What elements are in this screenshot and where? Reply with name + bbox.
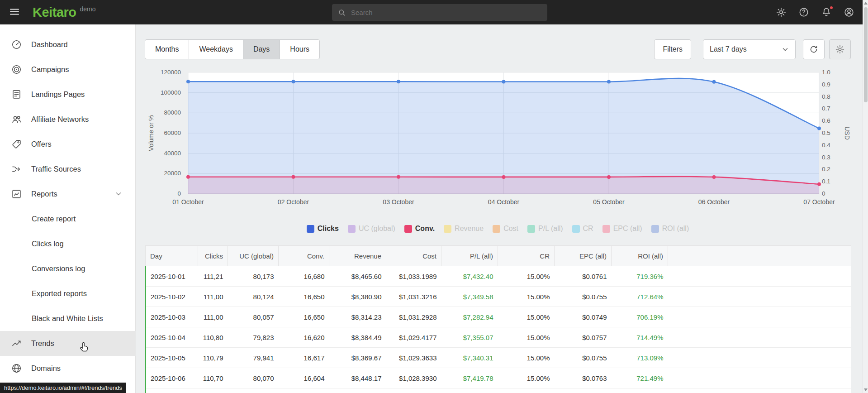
campaigns-icon: [11, 64, 22, 75]
sidebar-item-dashboard[interactable]: Dashboard: [0, 32, 136, 57]
table-cell: 16,650: [279, 287, 329, 307]
x-axis-tick-label: 03 October: [371, 198, 426, 206]
bell-icon[interactable]: [821, 7, 832, 18]
column-header-epc-all[interactable]: EPC (all): [555, 246, 612, 266]
sidebar-item-clicks-log[interactable]: Clicks log: [0, 231, 136, 256]
column-header-roi-all[interactable]: ROI (all): [612, 246, 668, 266]
trends-table-wrap: DayClicksUC (global)Conv.RevenueCostP/L …: [145, 245, 851, 393]
conv-marker: [712, 175, 716, 179]
sidebar-item-conversions-log[interactable]: Conversions log: [0, 256, 136, 281]
conv-marker: [186, 175, 190, 179]
tab-days[interactable]: Days: [243, 39, 280, 59]
column-header-revenue[interactable]: Revenue: [329, 246, 386, 266]
column-header-uc-global[interactable]: UC (global): [228, 246, 279, 266]
menu-toggle-button[interactable]: [5, 3, 24, 21]
table-cell: $7,432.40: [441, 266, 498, 287]
sidebar-item-landings-pages[interactable]: Landings Pages: [0, 82, 136, 107]
status-url-tooltip: https://demo.keitaro.io/admin/#!/trends/…: [0, 383, 126, 393]
table-cell: $0.0763: [555, 368, 612, 388]
legend-swatch: [404, 225, 412, 233]
sidebar-item-reports[interactable]: Reports: [0, 182, 136, 206]
table-cell: 16,650: [279, 307, 329, 327]
legend-item-conv[interactable]: Conv.: [404, 225, 435, 233]
legend-item-revenue[interactable]: Revenue: [444, 225, 484, 233]
search-box[interactable]: [332, 4, 547, 21]
sidebar-item-label: Domains: [31, 364, 61, 373]
legend-item-p-l-all[interactable]: P/L (all): [527, 225, 563, 233]
conv-marker: [607, 175, 611, 179]
legend-item-clicks[interactable]: Clicks: [307, 225, 339, 233]
column-header-p-l-all[interactable]: P/L (all): [441, 246, 498, 266]
scrollbar[interactable]: [863, 0, 868, 393]
notification-badge: [829, 5, 834, 10]
search-input[interactable]: [351, 9, 542, 16]
sidebar-item-label: Conversions log: [32, 264, 85, 273]
sidebar-item-offers[interactable]: Offers: [0, 132, 136, 157]
sidebar-item-affiliate-networks[interactable]: Affiliate Networks: [0, 107, 136, 132]
scrollbar-thumb[interactable]: [864, 7, 868, 102]
table-cell: 15.00%: [498, 287, 555, 307]
table-cell-filler: [668, 266, 851, 287]
column-header-day[interactable]: Day: [146, 246, 198, 266]
trend-chart: Volume or % USD 120000100000800006000040…: [145, 68, 851, 209]
tab-hours[interactable]: Hours: [280, 39, 320, 59]
help-icon[interactable]: [798, 7, 809, 18]
table-cell: 15.00%: [498, 307, 555, 327]
legend-item-cr[interactable]: CR: [572, 225, 593, 233]
sidebar-item-label: Dashboard: [31, 40, 68, 49]
table-cell: 80,070: [228, 368, 279, 388]
table-cell: 2025-10-06: [146, 368, 198, 388]
conv-marker: [292, 175, 295, 179]
app-logo[interactable]: Keitaro: [33, 5, 76, 20]
chart-settings-button[interactable]: [829, 39, 851, 59]
table-cell: $0.0749: [555, 307, 612, 327]
sidebar-item-label: Clicks log: [32, 240, 64, 248]
column-header-cr[interactable]: CR: [498, 246, 555, 266]
main-content: MonthsWeekdaysDaysHours Filters Last 7 d…: [136, 24, 863, 393]
date-range-select[interactable]: Last 7 days: [703, 39, 796, 59]
tab-months[interactable]: Months: [145, 39, 189, 59]
table-row: 2025-10-06110,7080,07016,604$8,448.17$1,…: [146, 368, 851, 388]
sidebar-item-campaigns[interactable]: Campaigns: [0, 57, 136, 82]
legend-swatch: [651, 225, 659, 233]
sidebar-item-black-and-white-lists[interactable]: Black and White Lists: [0, 306, 136, 331]
table-cell: 16,604: [279, 368, 329, 388]
sidebar-item-label: Create report: [32, 215, 76, 223]
legend-item-roi-all[interactable]: ROI (all): [651, 225, 689, 233]
conv-marker: [502, 175, 506, 179]
sidebar-item-traffic-sources[interactable]: Traffic Sources: [0, 157, 136, 182]
table-cell-filler: [668, 348, 851, 368]
legend-item-uc-global[interactable]: UC (global): [348, 225, 395, 233]
table-cell: $3,357.51: [329, 388, 386, 393]
affiliate-networks-icon: [11, 114, 22, 125]
legend-swatch: [348, 225, 356, 233]
y-axis-right-tick-label: 0.5: [822, 129, 844, 137]
y-axis-tick-label: 100000: [145, 89, 185, 96]
column-header-clicks[interactable]: Clicks: [198, 246, 228, 266]
table-cell: $0.0760: [555, 388, 612, 393]
filters-button[interactable]: Filters: [654, 39, 691, 59]
legend-item-cost[interactable]: Cost: [493, 225, 518, 233]
sidebar-item-exported-reports[interactable]: Exported reports: [0, 281, 136, 306]
table-cell: $0.0755: [555, 348, 612, 368]
scrollbar-up-arrow[interactable]: [864, 2, 868, 5]
sidebar-item-domains[interactable]: Domains: [0, 356, 136, 381]
sidebar-item-label: Black and White Lists: [32, 314, 103, 323]
table-cell: $1,033.1989: [386, 266, 441, 287]
table-cell: $8,314.23: [329, 307, 386, 327]
gear-icon[interactable]: [776, 7, 787, 18]
table-cell: 714.49%: [612, 327, 668, 348]
table-cell: $0.0757: [555, 327, 612, 348]
user-avatar-icon[interactable]: [844, 7, 854, 18]
scrollbar-down-arrow[interactable]: [864, 388, 868, 391]
refresh-button[interactable]: [803, 39, 825, 59]
legend-label: Conv.: [415, 225, 435, 233]
sidebar-item-trends[interactable]: Trends: [0, 331, 136, 356]
column-header-cost[interactable]: Cost: [386, 246, 441, 266]
legend-item-epc-all[interactable]: EPC (all): [602, 225, 642, 233]
table-cell: 80,173: [228, 266, 279, 287]
table-cell: $8,384.49: [329, 327, 386, 348]
tab-weekdays[interactable]: Weekdays: [189, 39, 243, 59]
column-header-conv[interactable]: Conv.: [279, 246, 329, 266]
sidebar-item-create-report[interactable]: Create report: [0, 206, 136, 231]
